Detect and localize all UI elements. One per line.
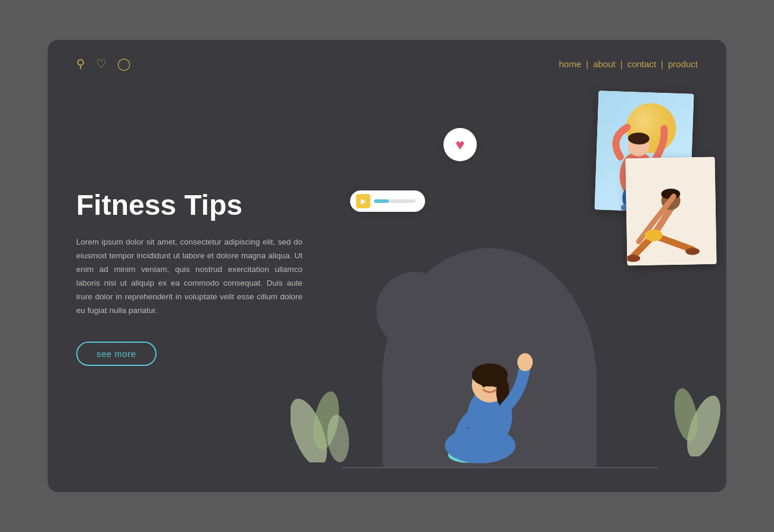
video-bubble[interactable]: ▶ — [350, 190, 425, 212]
left-column: Fitness Tips Lorem ipsum dolor sit amet,… — [76, 80, 302, 468]
svg-point-34 — [482, 382, 486, 387]
nav-contact[interactable]: contact — [628, 59, 656, 69]
see-more-button[interactable]: see more — [76, 342, 157, 366]
main-card: ⚲ ♡ ◯ home | about | contact | product F… — [48, 40, 726, 492]
nav-sep-2: | — [620, 59, 623, 69]
heart-nav-icon[interactable]: ♡ — [96, 57, 107, 71]
nav-sep-3: | — [661, 59, 663, 69]
illustration-area: ♥ ▶ — [302, 80, 698, 468]
photo-card-2-inner — [625, 157, 716, 266]
page-title: Fitness Tips — [76, 189, 302, 221]
search-icon[interactable]: ⚲ — [76, 57, 85, 71]
nav-home[interactable]: home — [559, 59, 582, 69]
photo-card-2 — [625, 157, 716, 266]
nav-about[interactable]: about — [593, 59, 616, 69]
description-text: Lorem ipsum dolor sit amet, consectetur … — [76, 236, 302, 318]
main-character — [422, 308, 564, 474]
nav-links: home | about | contact | product — [559, 59, 698, 69]
header: ⚲ ♡ ◯ home | about | contact | product — [48, 40, 726, 80]
header-icons: ⚲ ♡ ◯ — [76, 57, 130, 71]
main-content: Fitness Tips Lorem ipsum dolor sit amet,… — [48, 80, 726, 492]
user-icon[interactable]: ◯ — [117, 57, 130, 71]
heart-bubble: ♥ — [444, 128, 477, 161]
play-icon[interactable]: ▶ — [356, 194, 370, 208]
nav-sep-1: | — [586, 59, 588, 69]
leaf-decoration-right — [662, 343, 722, 456]
nav-product[interactable]: product — [668, 59, 698, 69]
svg-point-33 — [517, 353, 533, 371]
video-progress-bar — [374, 199, 416, 203]
svg-point-35 — [492, 382, 497, 387]
yoga-illustration — [625, 157, 716, 266]
video-progress-fill — [374, 199, 389, 203]
heart-icon: ♥ — [455, 136, 464, 154]
